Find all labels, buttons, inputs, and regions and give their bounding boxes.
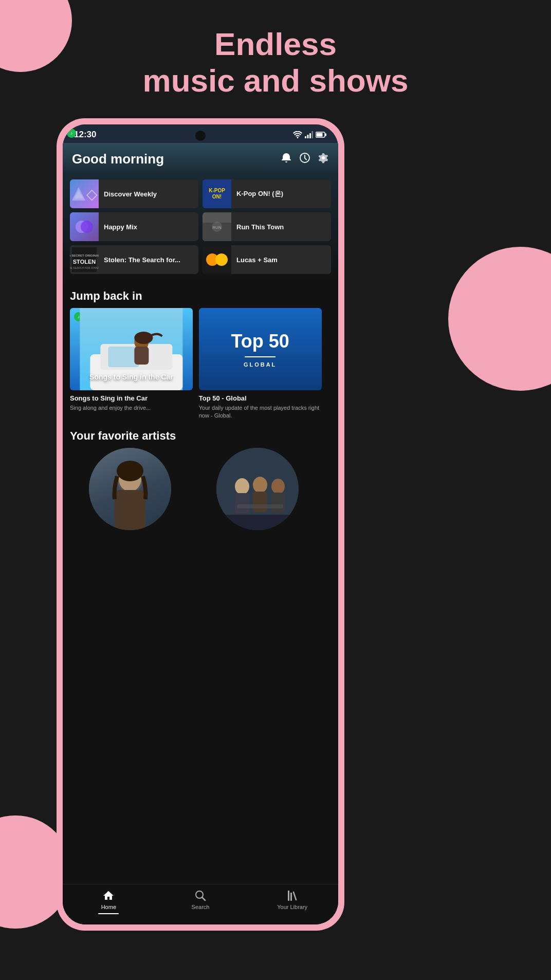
library-icon (286, 890, 299, 902)
blend-dots (206, 253, 228, 266)
nav-spacer (63, 534, 338, 575)
artist-image-2 (216, 448, 299, 530)
stolen-thumb: A SECRET ORIGINAL STOLEN THE SEARCH FOR … (70, 245, 99, 274)
quick-item-blend[interactable]: Lucas + Sam (203, 245, 331, 274)
songs-car-image: Songs to Sing in the Car (70, 308, 193, 390)
battery-icon (316, 132, 327, 138)
quick-item-kpop[interactable]: K-POPON! K-Pop ON! (온) (203, 179, 331, 208)
phone-frame: 12:30 (57, 118, 344, 931)
artists-section: Your favorite artists (63, 420, 338, 534)
header-icons (281, 152, 329, 167)
svg-point-33 (117, 461, 143, 481)
jump-back-section: Jump back in (63, 280, 338, 420)
blend-label: Lucas + Sam (231, 256, 283, 264)
status-time: 12:30 (74, 130, 96, 140)
happy-mix-thumb (70, 212, 99, 241)
library-label: Your Library (277, 904, 307, 910)
svg-rect-36 (235, 493, 249, 514)
greeting-text: Good morning (72, 151, 164, 167)
run-this-town-thumb: RUN (203, 212, 231, 241)
svg-rect-2 (309, 133, 311, 138)
phone-screen: 12:30 (63, 124, 338, 924)
quick-item-stolen[interactable]: A SECRET ORIGINAL STOLEN THE SEARCH FOR … (70, 245, 198, 274)
status-icons (293, 131, 327, 138)
artists-row (63, 448, 338, 534)
kpop-label: K-Pop ON! (온) (231, 189, 288, 198)
top50-big-label: Top 50 (231, 331, 289, 352)
svg-point-39 (271, 479, 285, 494)
top50-desc: Your daily update of the most played tra… (199, 404, 322, 420)
notch (195, 131, 206, 141)
svg-point-37 (253, 477, 267, 493)
jump-back-cards-row: Songs to Sing in the Car Songs to Sing i… (63, 308, 338, 420)
svg-rect-3 (312, 131, 314, 138)
quick-item-discover-weekly[interactable]: Discover Weekly (70, 179, 198, 208)
svg-rect-42 (216, 515, 299, 530)
svg-rect-41 (237, 504, 283, 509)
bell-icon[interactable] (281, 152, 292, 167)
happy-mix-label: Happy Mix (99, 223, 142, 231)
songs-car-text: Songs to Sing in the Car (85, 369, 177, 385)
nav-item-home[interactable]: Home (63, 890, 155, 914)
svg-rect-38 (253, 492, 267, 512)
gear-icon[interactable] (318, 152, 329, 167)
kpop-thumb: K-POPON! (203, 179, 231, 208)
svg-text:RUN: RUN (212, 225, 222, 230)
svg-text:THE SEARCH FOR JONNAH: THE SEARCH FOR JONNAH (70, 266, 99, 269)
nav-item-search[interactable]: Search (155, 890, 247, 914)
home-label: Home (101, 904, 116, 910)
run-this-town-label: Run This Town (231, 223, 289, 231)
home-active-indicator (98, 913, 119, 914)
bg-decoration-right (448, 247, 551, 391)
svg-rect-6 (317, 133, 323, 137)
artist-image-1 (89, 448, 171, 530)
stolen-label: Stolen: The Search for... (99, 256, 186, 264)
songs-car-desc: Sing along and enjoy the drive... (70, 404, 193, 412)
search-icon (194, 890, 207, 902)
svg-point-12 (81, 221, 93, 233)
jump-card-top50[interactable]: Top 50 GLOBAL Top 50 - Global Your daily… (199, 308, 322, 420)
search-label: Search (192, 904, 210, 910)
app-content: Good morning (63, 143, 338, 924)
top50-title: Top 50 - Global (199, 394, 322, 402)
svg-rect-5 (325, 134, 327, 136)
header-row: Good morning (72, 151, 329, 167)
bottom-navigation: Home Search (63, 884, 338, 924)
quick-access-grid: Discover Weekly K-POPON! K-Pop ON! (온) (63, 173, 338, 280)
wifi-icon (293, 131, 302, 138)
quick-item-run-this-town[interactable]: RUN Run This Town (203, 212, 331, 241)
svg-rect-32 (115, 490, 145, 530)
top50-image: Top 50 GLOBAL (199, 308, 322, 390)
artist-card-2[interactable] (197, 448, 318, 534)
artists-title: Your favorite artists (63, 420, 338, 448)
svg-text:STOLEN: STOLEN (73, 259, 96, 265)
blend-dot-2 (215, 253, 228, 266)
svg-rect-27 (134, 347, 149, 365)
svg-rect-46 (290, 893, 292, 901)
svg-point-35 (235, 478, 249, 495)
svg-line-44 (202, 897, 205, 900)
svg-rect-0 (305, 136, 306, 138)
status-bar: 12:30 (63, 124, 338, 143)
songs-car-title: Songs to Sing in the Car (70, 394, 193, 402)
headline: Endless music and shows (0, 26, 551, 99)
svg-rect-45 (288, 891, 289, 901)
home-icon (102, 890, 115, 902)
main-scroll-area[interactable]: Discover Weekly K-POPON! K-Pop ON! (온) (63, 173, 338, 884)
svg-rect-1 (307, 135, 309, 138)
app-header: Good morning (63, 143, 338, 173)
nav-item-library[interactable]: Your Library (246, 890, 338, 914)
artist-card-1[interactable] (70, 448, 190, 534)
jump-back-title: Jump back in (63, 280, 338, 308)
discover-weekly-label: Discover Weekly (99, 190, 162, 198)
signal-icon (305, 131, 313, 138)
history-icon[interactable] (299, 152, 310, 167)
jump-card-songs-car[interactable]: Songs to Sing in the Car Songs to Sing i… (70, 308, 193, 420)
top50-divider (245, 356, 276, 357)
svg-text:A SECRET ORIGINAL: A SECRET ORIGINAL (70, 254, 99, 257)
quick-item-happy-mix[interactable]: Happy Mix (70, 212, 198, 241)
discover-weekly-thumb (70, 179, 99, 208)
blend-thumb (203, 245, 231, 274)
top50-global-label: GLOBAL (244, 361, 277, 368)
svg-rect-40 (271, 493, 285, 513)
